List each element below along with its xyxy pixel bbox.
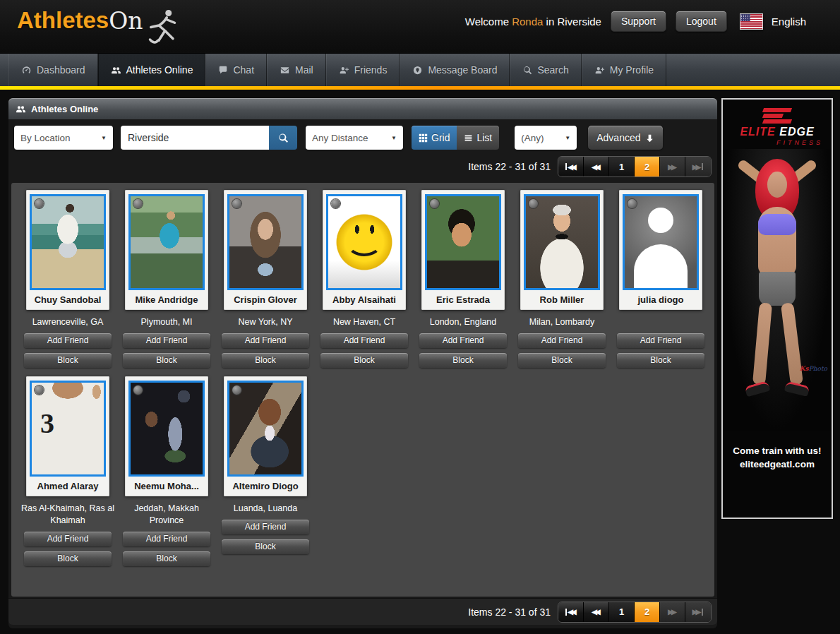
athlete-location: Lawrenceville, GA — [18, 316, 117, 328]
nav-tab-athletes-online[interactable]: Athletes Online — [98, 54, 206, 86]
distance-value: Any Distance — [312, 133, 368, 143]
block-button[interactable]: Block — [320, 353, 408, 368]
nav-tab-search[interactable]: Search — [510, 54, 581, 86]
mail-icon — [280, 65, 290, 76]
nav-tab-friends[interactable]: Friends — [326, 54, 400, 86]
ad-tagline: Come train with us! eliteedgeatl.com — [723, 444, 832, 471]
grid-view-button[interactable]: Grid — [412, 126, 457, 150]
athlete-photo-card[interactable]: Crispin Glover — [224, 190, 307, 310]
page-1-button[interactable]: 1 — [609, 602, 635, 622]
prev-page-button[interactable]: ◀◀ — [584, 157, 609, 177]
athlete-photo-card[interactable]: Eric Estrada — [421, 190, 505, 310]
arrow-down-icon — [645, 133, 654, 143]
photo-watermark: KsPhoto — [800, 365, 827, 372]
athlete-photo-card[interactable]: Abby Alsaihati — [323, 190, 406, 310]
status-dot — [628, 199, 637, 208]
nav-tab-mail[interactable]: Mail — [267, 54, 326, 86]
last-page-button[interactable]: ▶▶ — [685, 602, 711, 622]
location-search-group — [121, 126, 297, 150]
athlete-name: Rob Miller — [524, 290, 600, 310]
block-button[interactable]: Block — [24, 551, 112, 566]
athlete-card: julia diogo Add Friend Block — [611, 190, 710, 368]
distance-select[interactable]: Any Distance ▼ — [306, 126, 403, 150]
athlete-photo-card[interactable]: Mike Andridge — [125, 190, 208, 310]
advanced-button[interactable]: Advanced — [588, 126, 662, 150]
logo-text-athletes: Athletes — [17, 7, 109, 34]
add-friend-button[interactable]: Add Friend — [123, 532, 210, 546]
language-label: English — [772, 16, 806, 28]
grid-label: Grid — [431, 132, 450, 143]
athlete-photo-card[interactable]: Chuy Sandobal — [26, 190, 109, 310]
chevron-down-icon: ▼ — [391, 135, 397, 141]
add-friend-button[interactable]: Add Friend — [24, 532, 112, 546]
nav-label: Dashboard — [37, 64, 85, 76]
add-friend-button[interactable]: Add Friend — [222, 520, 309, 534]
add-friend-button[interactable]: Add Friend — [419, 333, 507, 348]
block-button[interactable]: Block — [222, 353, 309, 368]
block-button[interactable]: Block — [123, 551, 210, 566]
us-flag-icon[interactable] — [740, 14, 762, 29]
block-button[interactable]: Block — [419, 353, 507, 368]
search-icon — [277, 132, 289, 143]
athlete-photo — [524, 194, 600, 290]
athlete-card: 3 Ahmed Alaray Ras Al-Khaimah, Ras al Kh… — [18, 376, 117, 566]
athlete-photo-card[interactable]: julia diogo — [619, 190, 702, 310]
top-header: AthletesOn Welcome Ronda in Riverside Su… — [0, 0, 840, 53]
athlete-photo — [326, 194, 402, 290]
first-page-button[interactable]: ◀◀ — [558, 602, 584, 622]
logo-text-on: On — [109, 7, 143, 35]
prev-page-button[interactable]: ◀◀ — [584, 602, 609, 622]
last-page-button[interactable]: ▶▶ — [685, 157, 711, 177]
search-submit-button[interactable] — [269, 126, 297, 150]
nav-tab-message-board[interactable]: Message Board — [400, 54, 510, 86]
page-1-button[interactable]: 1 — [609, 157, 635, 177]
add-friend-button[interactable]: Add Friend — [518, 333, 606, 348]
user-plus-icon — [594, 65, 605, 76]
athlete-photo-card[interactable]: Rob Miller — [520, 190, 604, 310]
nav-tab-my-profile[interactable]: My Profile — [582, 54, 666, 86]
page-2-button[interactable]: 2 — [635, 602, 660, 622]
first-page-button[interactable]: ◀◀ — [558, 157, 584, 177]
athlete-photo-card[interactable]: 3 Ahmed Alaray — [26, 376, 109, 496]
block-button[interactable]: Block — [222, 539, 309, 554]
athlete-photo — [227, 194, 304, 290]
nav-tab-chat[interactable]: Chat — [205, 54, 267, 86]
support-button[interactable]: Support — [611, 11, 666, 32]
add-friend-button[interactable]: Add Friend — [320, 333, 408, 348]
athlete-photo — [425, 194, 501, 290]
athlete-card: Crispin Glover New York, NY Add Friend B… — [216, 190, 315, 368]
athlete-photo-card[interactable]: Neemu Moha... — [125, 376, 208, 496]
ad-tagline-line1: Come train with us! — [723, 444, 832, 457]
athlete-card: Mike Andridge Plymouth, MI Add Friend Bl… — [117, 190, 216, 368]
nav-tab-dashboard[interactable]: Dashboard — [8, 54, 98, 86]
block-button[interactable]: Block — [24, 353, 112, 368]
block-button[interactable]: Block — [518, 353, 606, 368]
grid-icon — [419, 133, 428, 143]
chevron-down-icon: ▼ — [565, 135, 570, 141]
athletes-online-panel: Athletes Online By Location ▼ Any Distan… — [8, 98, 717, 628]
status-dot — [331, 199, 340, 208]
any-filter-value: (Any) — [521, 133, 544, 143]
elite-edge-ad[interactable]: ELITE EDGE FITNESS KsPhoto Come train wi… — [721, 98, 833, 519]
athlete-photo — [128, 194, 205, 290]
site-logo[interactable]: AthletesOn — [17, 7, 180, 49]
users-icon — [16, 104, 26, 114]
next-page-button[interactable]: ▶▶ — [660, 157, 685, 177]
add-friend-button[interactable]: Add Friend — [24, 333, 112, 348]
block-button[interactable]: Block — [617, 353, 704, 368]
athlete-photo-card[interactable]: Altemiro Diogo — [224, 376, 307, 496]
athlete-name: Neemu Moha... — [128, 477, 205, 496]
any-filter-select[interactable]: (Any) ▼ — [515, 126, 577, 150]
add-friend-button[interactable]: Add Friend — [222, 333, 309, 348]
athlete-card: Altemiro Diogo Luanda, Luanda Add Friend… — [216, 376, 315, 566]
block-button[interactable]: Block — [123, 353, 210, 368]
list-view-button[interactable]: List — [457, 126, 499, 150]
page-2-button[interactable]: 2 — [635, 157, 660, 177]
search-by-select[interactable]: By Location ▼ — [14, 126, 113, 150]
location-search-input[interactable] — [121, 126, 269, 150]
next-page-button[interactable]: ▶▶ — [660, 602, 685, 622]
add-friend-button[interactable]: Add Friend — [123, 333, 210, 348]
pagination-summary: Items 22 - 31 of 31 — [468, 161, 551, 172]
add-friend-button[interactable]: Add Friend — [617, 333, 704, 348]
logout-button[interactable]: Logout — [676, 11, 727, 32]
